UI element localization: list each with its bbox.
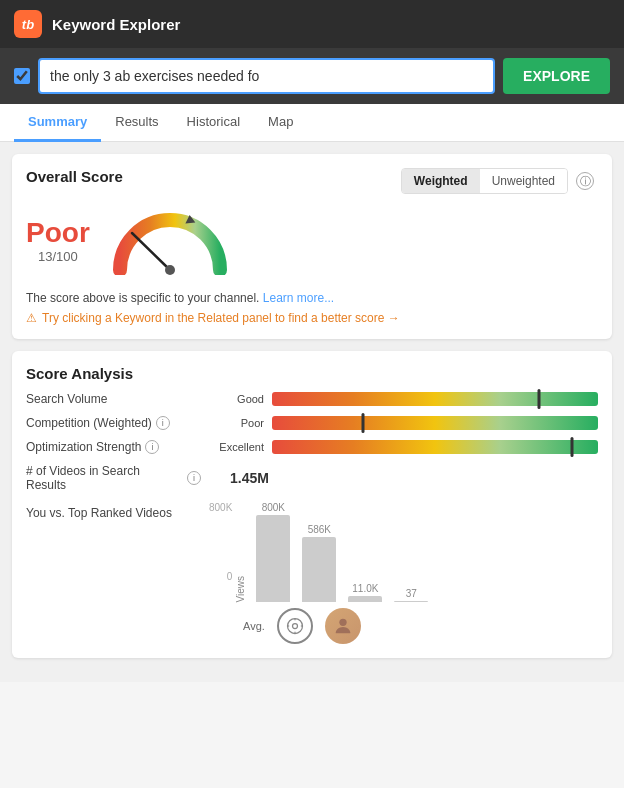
score-analysis-card: Score Analysis Search Volume Good Compet… <box>12 351 612 658</box>
analysis-row-optimization: Optimization Strength i Excellent <box>26 440 598 454</box>
bar-1-top-label: 800K <box>262 502 285 513</box>
svg-point-9 <box>339 619 346 626</box>
analysis-row-search-volume: Search Volume Good <box>26 392 598 406</box>
score-label: Poor <box>26 217 90 249</box>
bar-group-1: 800K <box>256 502 290 602</box>
bar-2-top-label: 586K <box>308 524 331 535</box>
bar-4-top-label: 37 <box>406 588 417 599</box>
competition-bar <box>272 416 598 430</box>
score-body: Poor 13/100 <box>26 195 598 285</box>
weighted-toggle[interactable]: Weighted <box>402 169 480 193</box>
chart-bottom: Avg. <box>209 608 598 644</box>
score-info-icon[interactable]: ⓘ <box>576 172 594 190</box>
svg-point-4 <box>292 624 297 629</box>
competition-right: Poor <box>209 416 598 430</box>
bar-4 <box>394 601 428 602</box>
search-volume-needle <box>538 389 541 409</box>
explore-button[interactable]: EXPLORE <box>503 58 610 94</box>
y-max-label: 800K <box>209 502 232 513</box>
score-toggle-group: Weighted Unweighted <box>401 168 568 194</box>
optimization-bar <box>272 440 598 454</box>
analysis-row-videos: # of Videos in Search Results i 1.45M <box>26 464 598 492</box>
avg-label: Avg. <box>243 620 265 632</box>
svg-point-3 <box>287 619 302 634</box>
analysis-row-chart: You vs. Top Ranked Videos 800K 0 Views <box>26 502 598 644</box>
chart-container: 800K 0 Views 800K 586K <box>209 502 598 602</box>
score-warning: ⚠ Try clicking a Keyword in the Related … <box>26 311 598 325</box>
score-text: Poor 13/100 <box>26 217 90 264</box>
y-axis-text-wrapper: Views <box>236 502 250 602</box>
search-bar: EXPLORE <box>0 48 624 104</box>
search-volume-label: Search Volume <box>26 392 201 406</box>
warning-icon: ⚠ <box>26 311 37 325</box>
score-gauge <box>110 205 230 275</box>
videos-label: # of Videos in Search Results i <box>26 464 201 492</box>
bar-group-4: 37 <box>394 502 428 602</box>
score-number: 13/100 <box>26 249 90 264</box>
chart-area: 800K 0 Views 800K 586K <box>209 502 598 644</box>
avatar-person <box>325 608 361 644</box>
score-header: Overall Score Weighted Unweighted ⓘ <box>26 168 598 195</box>
bars-container: 800K 586K 11.0K <box>256 502 428 602</box>
learn-more-link[interactable]: Learn more... <box>263 291 334 305</box>
analysis-row-competition: Competition (Weighted) i Poor <box>26 416 598 430</box>
y-min-label: 0 <box>209 571 232 582</box>
svg-point-1 <box>165 265 175 275</box>
search-input[interactable] <box>38 58 495 94</box>
search-volume-bar <box>272 392 598 406</box>
videos-value: 1.45M <box>209 470 269 486</box>
overall-score-card: Overall Score Weighted Unweighted ⓘ Poor… <box>12 154 612 339</box>
unweighted-toggle[interactable]: Unweighted <box>480 169 567 193</box>
optimization-right: Excellent <box>209 440 598 454</box>
tab-historical[interactable]: Historical <box>173 104 254 142</box>
optimization-info-icon[interactable]: i <box>145 440 159 454</box>
search-volume-badge: Good <box>209 393 264 405</box>
chart-label: You vs. Top Ranked Videos <box>26 502 201 520</box>
bar-3 <box>348 596 382 602</box>
app-logo-icon: tb <box>14 10 42 38</box>
svg-line-0 <box>132 233 170 270</box>
videos-right: 1.45M <box>209 470 598 486</box>
tabs-bar: Summary Results Historical Map <box>0 104 624 142</box>
search-volume-right: Good <box>209 392 598 406</box>
bar-3-top-label: 11.0K <box>352 583 378 594</box>
y-axis-label: Views <box>236 576 250 603</box>
optimization-needle <box>570 437 573 457</box>
videos-info-icon[interactable]: i <box>187 471 201 485</box>
competition-label: Competition (Weighted) i <box>26 416 201 430</box>
bar-group-2: 586K <box>302 502 336 602</box>
score-note: The score above is specific to your chan… <box>26 291 598 305</box>
analysis-grid: Search Volume Good Competition (Weighted… <box>26 392 598 644</box>
bar-2 <box>302 537 336 602</box>
overall-score-title: Overall Score <box>26 168 123 185</box>
competition-needle <box>362 413 365 433</box>
competition-badge: Poor <box>209 417 264 429</box>
main-content: Overall Score Weighted Unweighted ⓘ Poor… <box>0 142 624 682</box>
search-checkbox[interactable] <box>14 68 30 84</box>
competition-info-icon[interactable]: i <box>156 416 170 430</box>
tab-summary[interactable]: Summary <box>14 104 101 142</box>
y-axis: 800K 0 <box>209 502 232 602</box>
bar-1 <box>256 515 290 602</box>
app-header: tb Keyword Explorer <box>0 0 624 48</box>
score-analysis-title: Score Analysis <box>26 365 598 382</box>
optimization-badge: Excellent <box>209 441 264 453</box>
bar-group-3: 11.0K <box>348 502 382 602</box>
optimization-label: Optimization Strength i <box>26 440 201 454</box>
avatar-target <box>277 608 313 644</box>
tab-map[interactable]: Map <box>254 104 307 142</box>
tab-results[interactable]: Results <box>101 104 172 142</box>
app-title: Keyword Explorer <box>52 16 180 33</box>
